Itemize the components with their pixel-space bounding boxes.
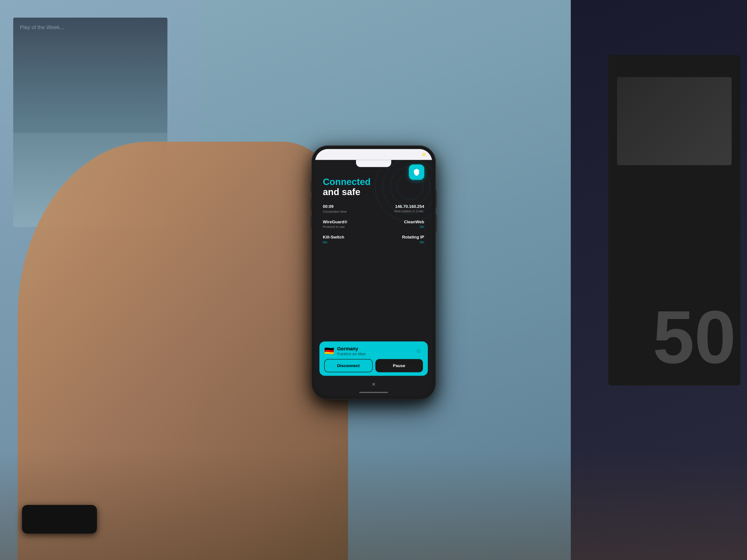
close-button[interactable]: ✕ — [371, 381, 376, 387]
close-area: ✕ — [315, 379, 432, 389]
country-flag: 🇩🇪 — [324, 347, 334, 355]
killswitch-name: Kill-Switch — [323, 235, 372, 240]
info-connection-time: 00:09 Connection time — [323, 204, 372, 213]
home-bar — [359, 392, 388, 393]
connection-time-value: 00:09 — [323, 204, 372, 209]
cleanweb-status: On — [376, 225, 424, 229]
favorite-button[interactable]: ☆ — [414, 346, 423, 355]
protocol-label: Protocol in use — [323, 225, 372, 229]
location-row: 🇩🇪 Germany Frankfurt am Main ☆ — [324, 346, 423, 356]
desk-surface — [0, 450, 747, 560]
location-country: Germany — [337, 346, 366, 351]
status-bar-icons: 22 — [422, 152, 426, 156]
pause-button[interactable]: Pause — [376, 359, 423, 372]
shield-icon — [413, 168, 420, 176]
location-card[interactable]: 🇩🇪 Germany Frankfurt am Main ☆ Disconnec… — [319, 341, 428, 376]
battery-badge: 22 — [422, 152, 426, 156]
info-killswitch: Kill-Switch On — [323, 235, 372, 244]
vpn-app: Connected and safe 00:09 Connection time… — [315, 160, 432, 396]
app-top-area: Connected and safe 00:09 Connection time… — [315, 160, 432, 341]
action-buttons: Disconnect Pause — [324, 359, 423, 372]
status-bar: 22 — [315, 149, 432, 160]
bg-image-dark-top — [13, 18, 168, 133]
phone-shell: 22 — [312, 146, 435, 399]
connection-time-label: Connection time — [323, 209, 372, 213]
location-left: 🇩🇪 Germany Frankfurt am Main — [324, 346, 366, 356]
app-bottom-area: 🇩🇪 Germany Frankfurt am Main ☆ Disconnec… — [315, 341, 432, 396]
home-indicator — [315, 389, 432, 396]
bg-right-number: 50 — [653, 299, 736, 374]
rotating-ip-status: On — [376, 240, 424, 244]
protocol-value: WireGuard® — [323, 219, 372, 224]
info-rotating-ip: Rotating IP On — [376, 235, 424, 244]
phone-wrapper: 22 — [312, 146, 435, 399]
location-text: Germany Frankfurt am Main — [337, 346, 366, 356]
rotating-ip-name: Rotating IP — [376, 235, 424, 240]
phone-screen: 22 — [315, 149, 432, 396]
phone-notch — [356, 160, 391, 167]
bg-screen-text: Play of the Week... — [20, 24, 64, 30]
killswitch-status: On — [323, 240, 372, 244]
wristband — [22, 505, 97, 534]
location-city: Frankfurt am Main — [337, 352, 366, 356]
shield-button[interactable] — [409, 164, 424, 180]
bg-camera-device — [617, 77, 731, 165]
bg-right-monitor: 50 — [608, 55, 740, 385]
disconnect-button[interactable]: Disconnect — [324, 359, 373, 372]
info-protocol: WireGuard® Protocol in use — [323, 219, 372, 229]
